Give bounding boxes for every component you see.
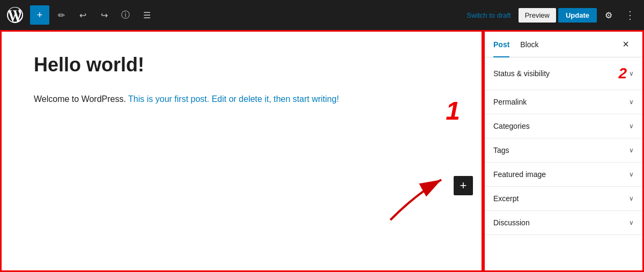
- update-button[interactable]: Update: [558, 8, 597, 23]
- sidebar-section-label-excerpt: Excerpt: [493, 194, 519, 203]
- sidebar-section-featured-image[interactable]: Featured image ∨: [485, 163, 642, 187]
- info-icon: ⓘ: [121, 10, 130, 21]
- annotation-1: 1: [446, 96, 460, 126]
- post-content-plain: Welcome to WordPress.: [34, 94, 128, 104]
- undo-button[interactable]: ↩: [73, 5, 92, 25]
- chevron-down-icon-permalink: ∨: [629, 98, 634, 106]
- wp-logo-button[interactable]: [4, 4, 26, 26]
- post-title[interactable]: Hello world!: [34, 53, 449, 76]
- sidebar-section-status[interactable]: Status & visibility 2 ∨: [485, 57, 642, 90]
- ellipsis-icon: ⋮: [625, 9, 635, 21]
- tab-block[interactable]: Block: [520, 38, 538, 51]
- settings-button[interactable]: ⚙: [599, 5, 618, 25]
- list-icon: ☰: [143, 10, 151, 20]
- sidebar-section-categories[interactable]: Categories ∨: [485, 114, 642, 138]
- arrow-annotation: [385, 172, 449, 227]
- undo-icon: ↩: [79, 10, 86, 20]
- more-options-button[interactable]: ⋮: [620, 5, 640, 25]
- sidebar-section-label-featured-image: Featured image: [493, 170, 546, 179]
- chevron-down-icon-discussion: ∨: [629, 219, 634, 226]
- sidebar-section-discussion[interactable]: Discussion ∨: [485, 211, 642, 235]
- chevron-down-icon-categories: ∨: [629, 122, 634, 130]
- chevron-down-icon-excerpt: ∨: [629, 195, 634, 202]
- redo-icon: ↪: [101, 10, 108, 20]
- gear-icon: ⚙: [605, 10, 612, 20]
- annotation-2: 2: [618, 65, 627, 82]
- redo-button[interactable]: ↪: [94, 5, 114, 25]
- list-view-button[interactable]: ☰: [137, 5, 157, 25]
- chevron-down-icon-featured-image: ∨: [629, 171, 634, 178]
- sidebar-section-label-permalink: Permalink: [493, 98, 527, 106]
- chevron-down-icon-status: ∨: [629, 70, 634, 77]
- toolbar: + ✏ ↩ ↪ ⓘ ☰ Switch to draft Preview Upda…: [0, 0, 644, 30]
- sidebar-section-label-categories: Categories: [493, 122, 530, 130]
- preview-button[interactable]: Preview: [519, 8, 556, 23]
- sidebar-tabs: Post Block ×: [485, 32, 642, 57]
- switch-to-draft-button[interactable]: Switch to draft: [461, 8, 516, 23]
- main-layout: Hello world! Welcome to WordPress. This …: [0, 30, 644, 272]
- sidebar-section-label-status: Status & visibility: [493, 69, 550, 78]
- sidebar-close-button[interactable]: ×: [618, 36, 634, 53]
- sidebar-section-label-tags: Tags: [493, 146, 509, 155]
- tab-post[interactable]: Post: [493, 38, 509, 51]
- post-content-link[interactable]: This is your first post. Edit or delete …: [128, 94, 339, 104]
- chevron-down-icon-tags: ∨: [629, 146, 634, 154]
- add-block-inline-button[interactable]: +: [454, 176, 473, 195]
- sidebar-section-permalink[interactable]: Permalink ∨: [485, 90, 642, 114]
- sidebar-section-label-discussion: Discussion: [493, 218, 530, 227]
- sidebar-section-tags[interactable]: Tags ∨: [485, 138, 642, 163]
- add-block-button[interactable]: +: [30, 5, 49, 25]
- sidebar-section-excerpt[interactable]: Excerpt ∨: [485, 187, 642, 211]
- post-content[interactable]: Welcome to WordPress. This is your first…: [34, 92, 449, 106]
- edit-icon-button[interactable]: ✏: [51, 5, 71, 25]
- edit-icon: ✏: [58, 10, 65, 20]
- editor-area[interactable]: Hello world! Welcome to WordPress. This …: [0, 30, 483, 272]
- info-button[interactable]: ⓘ: [116, 5, 135, 25]
- sidebar: Post Block × Status & visibility 2 ∨ Per…: [483, 30, 644, 272]
